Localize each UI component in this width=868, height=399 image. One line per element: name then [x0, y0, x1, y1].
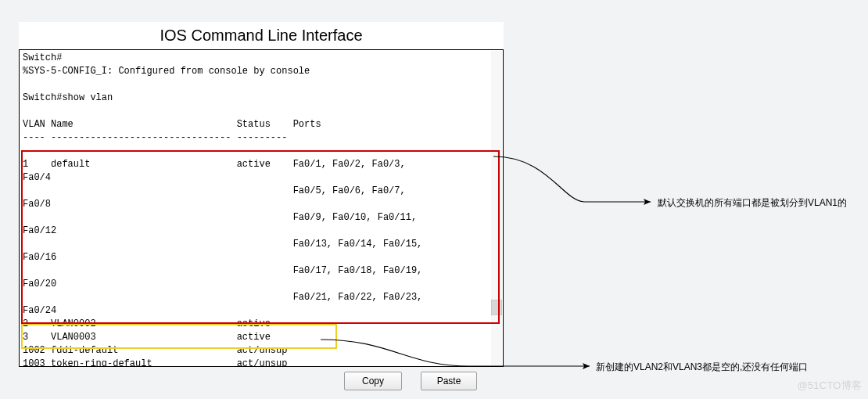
- paste-button[interactable]: Paste: [421, 372, 477, 390]
- scroll-thumb[interactable]: [491, 300, 502, 315]
- annotation-vlan1: 默认交换机的所有端口都是被划分到VLAN1的: [658, 196, 847, 210]
- terminal-panel: IOS Command Line Interface Switch# %SYS-…: [19, 22, 504, 367]
- terminal-output[interactable]: Switch# %SYS-5-CONFIG_I: Configured from…: [19, 49, 504, 367]
- panel-title: IOS Command Line Interface: [19, 22, 504, 49]
- annotation-vlan23: 新创建的VLAN2和VLAN3都是空的,还没有任何端口: [596, 361, 808, 374]
- scrollbar[interactable]: [491, 51, 502, 365]
- watermark: @51CTO博客: [798, 379, 862, 393]
- copy-button[interactable]: Copy: [344, 372, 402, 390]
